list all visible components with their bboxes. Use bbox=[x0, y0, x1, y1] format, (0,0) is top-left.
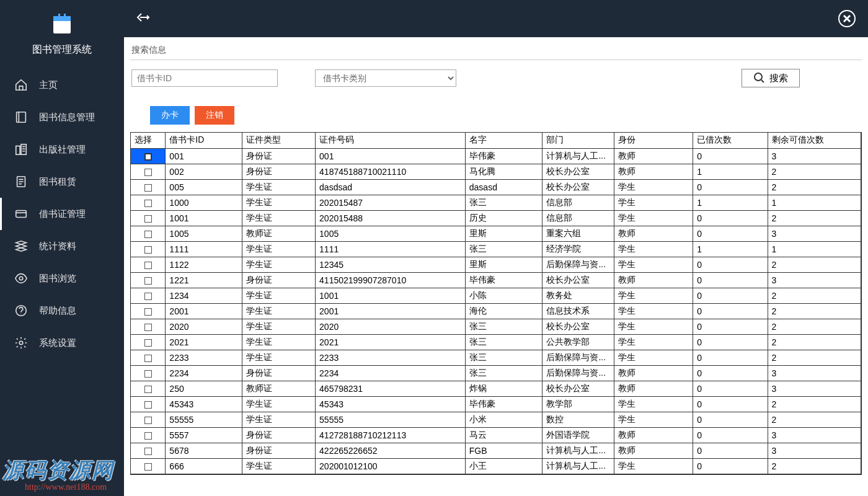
table-row[interactable]: 1221身份证411502199907287010毕伟豪校长办公室教师03 bbox=[131, 272, 861, 288]
sidebar-item-rental[interactable]: 图书租赁 bbox=[0, 166, 124, 198]
table-row[interactable]: 2020学生证2020张三校长办公室学生02 bbox=[131, 319, 861, 334]
row-checkbox-cell[interactable] bbox=[131, 350, 166, 365]
create-card-button[interactable]: 办卡 bbox=[150, 106, 190, 125]
cancel-card-button[interactable]: 注销 bbox=[195, 106, 234, 125]
sidebar-item-home[interactable]: 主页 bbox=[0, 69, 124, 101]
table-row[interactable]: 1122学生证12345里斯后勤保障与资...学生02 bbox=[131, 257, 861, 272]
sidebar-item-label: 主页 bbox=[39, 79, 58, 91]
checkbox-icon[interactable] bbox=[144, 231, 152, 238]
checkbox-icon[interactable] bbox=[144, 339, 152, 347]
checkbox-icon[interactable] bbox=[144, 277, 152, 285]
checkbox-icon[interactable] bbox=[144, 293, 152, 300]
row-checkbox-cell[interactable] bbox=[131, 241, 166, 257]
table-row[interactable]: 5557身份证412728188710212113马云外国语学院教师03 bbox=[131, 427, 861, 443]
row-checkbox-cell[interactable] bbox=[131, 458, 166, 474]
card-type-select[interactable]: 借书卡类别 bbox=[315, 69, 456, 87]
checkbox-icon[interactable] bbox=[144, 200, 152, 207]
sidebar-item-browse[interactable]: 图书浏览 bbox=[0, 262, 124, 294]
sidebar-item-card-mgmt[interactable]: 借书证管理 bbox=[0, 198, 124, 230]
row-checkbox-cell[interactable] bbox=[131, 443, 166, 458]
checkbox-icon[interactable] bbox=[144, 169, 152, 176]
table-row[interactable]: 001身份证001毕伟豪计算机与人工...教师03 bbox=[131, 148, 861, 164]
cell-remain: 3 bbox=[768, 427, 861, 443]
table-row[interactable]: 666学生证202001012100小王计算机与人工...学生02 bbox=[131, 458, 861, 474]
checkbox-icon[interactable] bbox=[144, 432, 152, 440]
row-checkbox-cell[interactable] bbox=[131, 210, 166, 226]
settings-icon bbox=[14, 336, 28, 350]
checkbox-icon[interactable] bbox=[144, 184, 152, 192]
cell-role: 教师 bbox=[614, 164, 693, 179]
checkbox-icon[interactable] bbox=[144, 324, 152, 331]
table-row[interactable]: 1001学生证202015488历史信息部学生02 bbox=[131, 210, 861, 226]
row-checkbox-cell[interactable] bbox=[131, 288, 166, 303]
row-checkbox-cell[interactable] bbox=[131, 365, 166, 381]
cell-docnum: 2001 bbox=[316, 303, 466, 319]
table-row[interactable]: 1111学生证1111张三经济学院学生11 bbox=[131, 241, 861, 257]
row-checkbox-cell[interactable] bbox=[131, 319, 166, 334]
checkbox-icon[interactable] bbox=[144, 417, 152, 424]
search-button[interactable]: 搜索 bbox=[742, 69, 800, 87]
cell-name: 张三 bbox=[465, 365, 542, 381]
row-checkbox-cell[interactable] bbox=[131, 226, 166, 241]
cell-docnum: 45343 bbox=[316, 396, 466, 412]
row-checkbox-cell[interactable] bbox=[131, 396, 166, 412]
checkbox-icon[interactable] bbox=[144, 386, 152, 393]
table-row[interactable]: 005学生证dasdsaddasasd校长办公室学生02 bbox=[131, 179, 861, 195]
checkbox-icon[interactable] bbox=[144, 448, 152, 455]
table-row[interactable]: 2234身份证2234张三后勤保障与资...教师03 bbox=[131, 365, 861, 381]
sidebar-item-publisher[interactable]: 出版社管理 bbox=[0, 133, 124, 166]
table-row[interactable]: 2021学生证2021张三公共教学部学生02 bbox=[131, 334, 861, 350]
checkbox-icon[interactable] bbox=[144, 370, 152, 378]
row-checkbox-cell[interactable] bbox=[131, 164, 166, 179]
cell-id: 005 bbox=[166, 179, 242, 195]
table-row[interactable]: 55555学生证55555小米数控学生02 bbox=[131, 412, 861, 427]
cell-remain: 2 bbox=[768, 303, 861, 319]
table-row[interactable]: 1000学生证202015487张三信息部学生11 bbox=[131, 195, 861, 210]
cell-borrowed: 0 bbox=[693, 350, 768, 365]
table-row[interactable]: 5678身份证422265226652FGB计算机与人工...教师03 bbox=[131, 443, 861, 458]
cell-id: 2020 bbox=[166, 319, 242, 334]
checkbox-icon[interactable] bbox=[144, 215, 152, 223]
row-checkbox-cell[interactable] bbox=[131, 303, 166, 319]
cell-id: 1000 bbox=[166, 195, 242, 210]
checkbox-icon[interactable] bbox=[144, 246, 152, 254]
sidebar-item-stats[interactable]: 统计资料 bbox=[0, 230, 124, 262]
checkbox-icon[interactable] bbox=[144, 401, 152, 409]
table-row[interactable]: 2233学生证2233张三后勤保障与资...学生02 bbox=[131, 350, 861, 365]
row-checkbox-cell[interactable] bbox=[131, 334, 166, 350]
card-id-input[interactable] bbox=[131, 69, 278, 87]
checkbox-icon[interactable] bbox=[144, 463, 152, 471]
svg-rect-8 bbox=[16, 211, 27, 218]
table-row[interactable]: 1234学生证1001小陈教务处学生02 bbox=[131, 288, 861, 303]
checkbox-icon[interactable] bbox=[144, 355, 152, 362]
row-checkbox-cell[interactable] bbox=[131, 427, 166, 443]
table-row[interactable]: 1005教师证1005里斯重案六组教师03 bbox=[131, 226, 861, 241]
checkbox-icon[interactable] bbox=[144, 153, 152, 161]
sidebar-item-settings[interactable]: 系统设置 bbox=[0, 327, 124, 359]
row-checkbox-cell[interactable] bbox=[131, 257, 166, 272]
cell-id: 45343 bbox=[166, 396, 242, 412]
sidebar-item-help[interactable]: 帮助信息 bbox=[0, 294, 124, 327]
row-checkbox-cell[interactable] bbox=[131, 381, 166, 396]
cell-name: 里斯 bbox=[465, 226, 542, 241]
sidebar-toggle-icon[interactable] bbox=[136, 12, 150, 26]
row-checkbox-cell[interactable] bbox=[131, 179, 166, 195]
row-checkbox-cell[interactable] bbox=[131, 148, 166, 164]
cell-borrowed: 0 bbox=[693, 381, 768, 396]
table-row[interactable]: 002身份证418745188710021110马化腾校长办公室教师12 bbox=[131, 164, 861, 179]
cell-borrowed: 0 bbox=[693, 319, 768, 334]
close-button[interactable] bbox=[838, 10, 856, 27]
cell-docnum: 202001012100 bbox=[316, 458, 466, 474]
table-row[interactable]: 45343学生证45343毕伟豪教学部学生02 bbox=[131, 396, 861, 412]
cell-role: 学生 bbox=[614, 334, 693, 350]
table-row[interactable]: 2001学生证2001海伦信息技术系学生02 bbox=[131, 303, 861, 319]
row-checkbox-cell[interactable] bbox=[131, 412, 166, 427]
checkbox-icon[interactable] bbox=[144, 308, 152, 316]
checkbox-icon[interactable] bbox=[144, 262, 152, 269]
sidebar-item-book-info[interactable]: 图书信息管理 bbox=[0, 101, 124, 133]
cell-remain: 1 bbox=[768, 241, 861, 257]
row-checkbox-cell[interactable] bbox=[131, 195, 166, 210]
row-checkbox-cell[interactable] bbox=[131, 272, 166, 288]
cell-role: 教师 bbox=[614, 381, 693, 396]
table-row[interactable]: 250教师证465798231炸锅校长办公室教师03 bbox=[131, 381, 861, 396]
